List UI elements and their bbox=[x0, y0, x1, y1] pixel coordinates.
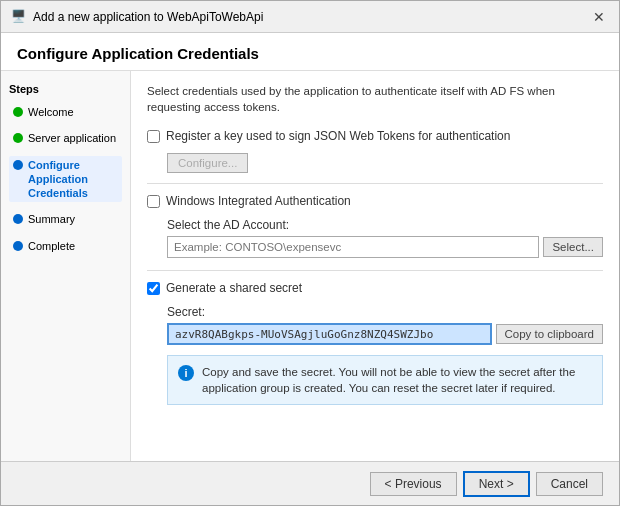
main-content: Select credentials used by the applicati… bbox=[131, 71, 619, 461]
step-dot-complete bbox=[13, 241, 23, 251]
step-label-summary: Summary bbox=[28, 212, 75, 226]
step-dot-server bbox=[13, 133, 23, 143]
select-button[interactable]: Select... bbox=[543, 237, 603, 257]
step-dot-summary bbox=[13, 214, 23, 224]
step-label-complete: Complete bbox=[28, 239, 75, 253]
dialog-body: Steps Welcome Server application Configu… bbox=[1, 71, 619, 461]
step-dot-credentials bbox=[13, 160, 23, 170]
step-complete: Complete bbox=[9, 237, 122, 255]
description-text: Select credentials used by the applicati… bbox=[147, 83, 603, 115]
step-dot-welcome bbox=[13, 107, 23, 117]
next-button[interactable]: Next > bbox=[463, 471, 530, 497]
step-credentials: Configure ApplicationCredentials bbox=[9, 156, 122, 203]
step-label-server: Server application bbox=[28, 131, 116, 145]
option2-label: Windows Integrated Authentication bbox=[166, 194, 351, 208]
step-welcome: Welcome bbox=[9, 103, 122, 121]
divider1 bbox=[147, 183, 603, 184]
configure-btn-wrapper: Configure... bbox=[147, 153, 603, 183]
ad-account-label: Select the AD Account: bbox=[167, 218, 603, 232]
dialog-footer: < Previous Next > Cancel bbox=[1, 461, 619, 505]
option1-row: Register a key used to sign JSON Web Tok… bbox=[147, 129, 603, 143]
ad-account-input[interactable] bbox=[167, 236, 539, 258]
shared-secret-section: Generate a shared secret Secret: Copy to… bbox=[147, 281, 603, 405]
title-bar-left: 🖥️ Add a new application to WebApiToWebA… bbox=[11, 9, 263, 25]
dialog-icon: 🖥️ bbox=[11, 9, 27, 25]
step-server: Server application bbox=[9, 129, 122, 147]
previous-button[interactable]: < Previous bbox=[370, 472, 457, 496]
secret-label: Secret: bbox=[167, 305, 603, 319]
dialog-header: Configure Application Credentials bbox=[1, 33, 619, 71]
info-text: Copy and save the secret. You will not b… bbox=[202, 364, 592, 396]
option3-row: Generate a shared secret bbox=[147, 281, 603, 295]
option2-row: Windows Integrated Authentication bbox=[147, 194, 603, 208]
title-bar-text: Add a new application to WebApiToWebApi bbox=[33, 10, 263, 24]
dialog-title: Configure Application Credentials bbox=[17, 45, 603, 62]
secret-input[interactable] bbox=[167, 323, 492, 345]
step-label-welcome: Welcome bbox=[28, 105, 74, 119]
steps-panel: Steps Welcome Server application Configu… bbox=[1, 71, 131, 461]
option2-checkbox[interactable] bbox=[147, 195, 160, 208]
secret-row: Copy to clipboard bbox=[167, 323, 603, 345]
option1-checkbox[interactable] bbox=[147, 130, 160, 143]
configure-button[interactable]: Configure... bbox=[167, 153, 248, 173]
divider2 bbox=[147, 270, 603, 271]
cancel-button[interactable]: Cancel bbox=[536, 472, 603, 496]
step-label-credentials: Configure ApplicationCredentials bbox=[28, 158, 118, 201]
step-summary: Summary bbox=[9, 210, 122, 228]
title-bar: 🖥️ Add a new application to WebApiToWebA… bbox=[1, 1, 619, 33]
copy-to-clipboard-button[interactable]: Copy to clipboard bbox=[496, 324, 604, 344]
info-box: i Copy and save the secret. You will not… bbox=[167, 355, 603, 405]
info-icon: i bbox=[178, 365, 194, 381]
ad-account-row: Select... bbox=[167, 236, 603, 258]
main-dialog: 🖥️ Add a new application to WebApiToWebA… bbox=[0, 0, 620, 506]
option3-checkbox[interactable] bbox=[147, 282, 160, 295]
steps-title: Steps bbox=[9, 83, 122, 95]
close-button[interactable]: ✕ bbox=[589, 7, 609, 27]
option3-label: Generate a shared secret bbox=[166, 281, 302, 295]
option1-label: Register a key used to sign JSON Web Tok… bbox=[166, 129, 510, 143]
